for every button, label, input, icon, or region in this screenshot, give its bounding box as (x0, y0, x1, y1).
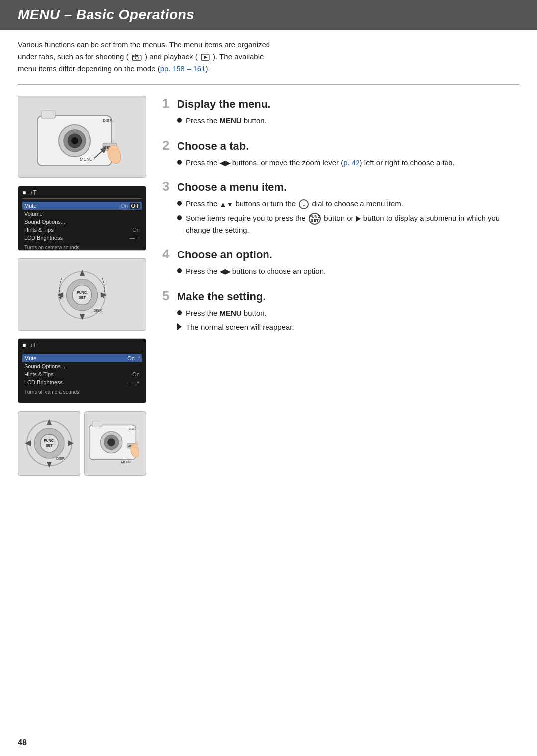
svg-text:DISP.: DISP. (129, 427, 136, 430)
step-3-header: 3 Choose a menu item. (162, 179, 519, 194)
svg-rect-40 (92, 421, 102, 427)
lr-arrows-2: ◀▶ (220, 267, 230, 277)
step-5-title: Make the setting. (177, 290, 266, 303)
camera-drawing-2: DISP. MENU MENU (85, 415, 146, 472)
dial-image: FUNC. SET DISP. (18, 258, 146, 331)
step-3-bullet-1: Press the ▲▼ buttons or turn the ○ dial … (177, 198, 519, 210)
step-2-header: 2 Choose a tab. (162, 138, 519, 153)
step-1-section: 1 Display the menu. Press the MENU butto… (162, 96, 519, 127)
svg-marker-5 (204, 56, 207, 59)
svg-text:FUNC.: FUNC. (77, 290, 88, 294)
section-divider (18, 84, 519, 85)
step-4-body: Press the ◀▶ buttons to choose an option… (162, 266, 519, 277)
step-3-text-1: Press the ▲▼ buttons or turn the ○ dial … (186, 198, 403, 210)
step-3-title: Choose a menu item. (177, 181, 287, 194)
menu-screen-display-2: ■ ♪T Mute On f Sound Options... Hints & … (18, 339, 146, 403)
bullet-circle-icon-6 (177, 310, 182, 315)
svg-text:DISP.: DISP. (93, 308, 102, 312)
page-number: 48 (18, 738, 27, 747)
step-2-section: 2 Choose a tab. Press the ◀▶ buttons, or… (162, 138, 519, 168)
page-ref-link[interactable]: pp. 158 – 161 (160, 64, 206, 73)
bottom-image-pair: FUNC. SET DISP. DISP. (18, 411, 147, 476)
step-3-bullet-2: Some items require you to press the FUNC… (177, 213, 519, 236)
page-title: MENU – Basic Operations (18, 7, 519, 23)
step-3-text-2: Some items require you to press the FUNC… (186, 213, 519, 236)
dial-drawing: FUNC. SET DISP. (37, 262, 127, 327)
svg-text:FUNC.: FUNC. (44, 439, 54, 442)
step-2-bullet-1: Press the ◀▶ buttons, or move the zoom l… (177, 157, 519, 168)
main-layout: DISP. MENU MENU (18, 96, 519, 476)
svg-point-44 (107, 438, 115, 446)
step-4-number: 4 (162, 247, 173, 262)
dial-icon: ○ (299, 199, 309, 209)
bullet-circle-icon-3 (177, 201, 182, 206)
step-4-section: 4 Choose an option. Press the ◀▶ buttons… (162, 247, 519, 277)
svg-text:SET: SET (46, 444, 53, 447)
step-1-body: Press the MENU button. (162, 115, 519, 127)
step-1-number: 1 (162, 96, 173, 111)
playback-icon (201, 54, 210, 61)
svg-text:DISP.: DISP. (56, 457, 65, 460)
mute-row-2: Mute On f (22, 354, 142, 362)
func-set-icon: FUNCSET (309, 213, 321, 225)
menu-bold-1: MENU (220, 116, 242, 125)
menu-screen-image-2: ■ ♪T Mute On f Sound Options... Hints & … (18, 338, 146, 403)
menu-bold-2: MENU (220, 309, 242, 317)
svg-point-10 (71, 137, 78, 144)
step-3-number: 3 (162, 179, 173, 194)
step-4-text-1: Press the ◀▶ buttons to choose an option… (186, 266, 326, 277)
triangle-icon (177, 323, 182, 330)
svg-rect-11 (41, 111, 55, 118)
svg-point-2 (135, 56, 138, 59)
step-1-header: 1 Display the menu. (162, 96, 519, 111)
bullet-circle-icon-2 (177, 160, 182, 165)
intro-paragraph: Various functions can be set from the me… (18, 39, 519, 75)
volume-row: Volume (22, 210, 142, 218)
svg-point-31 (40, 434, 58, 452)
tab-bar-2: ■ ♪T (22, 342, 142, 351)
lcd-brightness-row-2: LCD Brightness — + (22, 378, 142, 386)
bullet-circle-icon-4 (177, 215, 182, 220)
bullet-circle-icon-5 (177, 268, 182, 273)
shooting-icon (132, 54, 142, 61)
camera-tab: ■ (22, 189, 26, 196)
step-5-section: 5 Make the setting. Press the MENU butto… (162, 288, 519, 333)
step-5-text-1: Press the MENU button. (186, 308, 267, 319)
step-4-bullet-1: Press the ◀▶ buttons to choose an option… (177, 266, 519, 277)
step-2-number: 2 (162, 138, 173, 153)
menu-screen-display-1: ■ ♪T Mute On Off Volume Sound Options... (18, 186, 146, 250)
svg-text:DISP.: DISP. (103, 118, 113, 123)
hints-tips-row-2: Hints & Tips On (22, 370, 142, 378)
lr-arrows: ◀▶ (220, 158, 230, 168)
menu-screen-image-1: ■ ♪T Mute On Off Volume Sound Options... (18, 186, 146, 251)
step-1-title: Display the menu. (177, 98, 270, 111)
menu-footer-2: Turns off camera sounds (22, 388, 142, 396)
step-5-body: Press the MENU button. The normal screen… (162, 308, 519, 333)
step-2-body: Press the ◀▶ buttons, or move the zoom l… (162, 157, 519, 168)
svg-rect-3 (133, 56, 135, 57)
svg-text:SET: SET (79, 295, 86, 299)
step-5-header: 5 Make the setting. (162, 288, 519, 304)
intro-line1: Various functions can be set from the me… (18, 40, 270, 49)
ud-arrows: ▲▼ (220, 199, 234, 210)
step-2-text-1: Press the ◀▶ buttons, or move the zoom l… (186, 157, 454, 168)
sound-tab: ♪T (30, 189, 36, 196)
step-2-title: Choose a tab. (177, 140, 249, 153)
sound-options-row: Sound Options... (22, 218, 142, 226)
svg-text:MENU: MENU (80, 157, 93, 162)
hints-tips-row: Hints & Tips On (22, 226, 142, 234)
dial-small-drawing: FUNC. SET DISP. (19, 416, 79, 471)
sound-options-row-2: Sound Options... (22, 362, 142, 370)
sound-tab-2: ♪T (30, 342, 36, 349)
left-column: DISP. MENU MENU (18, 96, 147, 476)
step-5-text-2: The normal screen will reappear. (186, 322, 294, 333)
page-body: Various functions can be set from the me… (0, 39, 537, 476)
step-5-number: 5 (162, 288, 173, 304)
step-1-bullet-1: Press the MENU button. (177, 115, 519, 127)
p42-link[interactable]: p. 42 (343, 158, 359, 167)
svg-point-16 (110, 145, 118, 150)
tab-bar-1: ■ ♪T (22, 189, 142, 199)
step-3-section: 3 Choose a menu item. Press the ▲▼ butto… (162, 179, 519, 236)
mute-row-1: Mute On Off (22, 202, 142, 210)
step-4-header: 4 Choose an option. (162, 247, 519, 262)
